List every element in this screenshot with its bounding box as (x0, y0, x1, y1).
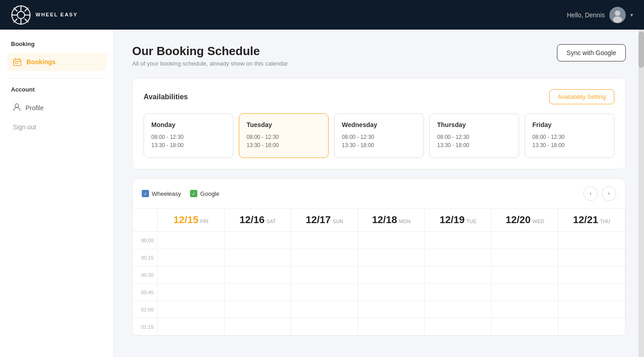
cal-cell (158, 301, 225, 318)
day-time: 08:00 - 12:30 (151, 134, 226, 140)
cal-cell (425, 249, 492, 266)
sidebar-account-label: Account (7, 86, 106, 93)
cal-cell (358, 284, 425, 301)
cal-col-header-12/21: 12/21THU (558, 209, 625, 232)
cal-cell (291, 318, 358, 336)
sidebar-item-bookings[interactable]: Bookings (7, 53, 106, 71)
sync-button[interactable]: Sync with Google (557, 44, 626, 61)
cal-day-label: SAT (267, 219, 276, 224)
cal-col-header-12/18: 12/18MON (358, 209, 425, 232)
header: WHEEL EASY Hello, Dennis ▾ (0, 0, 644, 30)
cal-cell (558, 232, 625, 249)
time-label-00:00: 00:00 (133, 232, 158, 249)
sidebar-item-signout[interactable]: Sign out (7, 119, 106, 135)
cal-cell (492, 232, 559, 249)
availabilities-title: Availabilities (144, 93, 188, 101)
cal-cell (158, 266, 225, 284)
cal-cell (225, 318, 292, 336)
cal-cell (492, 301, 559, 318)
cal-cell (158, 232, 225, 249)
day-card-monday[interactable]: Monday08:00 - 12:3013:30 - 18:00 (144, 113, 233, 158)
day-card-tuesday[interactable]: Tuesday08:00 - 12:3013:30 - 18:00 (239, 113, 329, 158)
scrollbar[interactable] (639, 30, 644, 357)
cal-cell (225, 249, 292, 266)
cal-day-label: SUN (333, 219, 343, 224)
next-week-button[interactable]: › (602, 186, 616, 201)
cal-day-label: MON (399, 219, 411, 224)
day-name: Thursday (437, 121, 511, 128)
cal-date: 12/19 (440, 214, 465, 225)
day-name: Friday (532, 121, 607, 128)
sidebar-item-profile[interactable]: Profile (7, 98, 106, 117)
cal-cell (492, 249, 559, 266)
time-label-00:15: 00:15 (133, 249, 158, 266)
day-card-friday[interactable]: Friday08:00 - 12:3013:30 - 18:00 (525, 113, 614, 158)
calendar-filters: ✓ Wheeleasy ✓ Google (142, 190, 219, 197)
cal-cell (425, 284, 492, 301)
cal-cell (291, 232, 358, 249)
cal-cell (291, 284, 358, 301)
availability-setting-button[interactable]: Availability Setting (549, 89, 614, 104)
cal-cell (225, 266, 292, 284)
cal-cell (158, 318, 225, 336)
cal-date: 12/21 (573, 214, 598, 225)
day-time: 13:30 - 18:00 (342, 142, 416, 148)
cal-cell (358, 249, 425, 266)
cal-cell (358, 301, 425, 318)
logo: WHEEL EASY (11, 5, 78, 25)
sidebar-bookings-label: Bookings (26, 58, 56, 66)
svg-point-1 (17, 11, 25, 19)
svg-point-11 (615, 10, 620, 16)
cal-cell (492, 318, 559, 336)
time-label-01:15: 01:15 (133, 318, 158, 336)
logo-icon (11, 5, 31, 25)
cal-cell (492, 284, 559, 301)
cal-cell (558, 266, 625, 284)
cal-cell (558, 249, 625, 266)
cal-day-label: TUE (467, 219, 477, 224)
day-card-wednesday[interactable]: Wednesday08:00 - 12:3013:30 - 18:00 (334, 113, 424, 158)
day-time: 08:00 - 12:30 (532, 134, 607, 140)
day-time: 13:30 - 18:00 (151, 142, 226, 148)
sidebar-divider (7, 78, 106, 79)
chevron-down-icon: ▾ (630, 12, 633, 18)
cal-cell (225, 284, 292, 301)
cal-cell (291, 301, 358, 318)
day-card-thursday[interactable]: Thursday08:00 - 12:3013:30 - 18:00 (429, 113, 519, 158)
cal-cell (425, 232, 492, 249)
wheeleasy-label: Wheeleasy (152, 190, 181, 197)
sidebar-booking-label: Booking (7, 41, 106, 47)
sidebar-signout-label: Sign out (13, 123, 36, 131)
cal-day-label: FRI (200, 219, 208, 224)
day-name: Tuesday (247, 121, 321, 128)
filter-wheeleasy: ✓ Wheeleasy (142, 190, 181, 197)
cal-cell (158, 284, 225, 301)
main-layout: Booking Bookings Account Profile (0, 30, 644, 357)
user-menu[interactable]: Hello, Dennis ▾ (567, 7, 633, 23)
cal-cell (225, 301, 292, 318)
day-name: Wednesday (342, 121, 416, 128)
cal-date: 12/17 (306, 214, 331, 225)
cal-cell (225, 232, 292, 249)
svg-rect-14 (15, 63, 16, 64)
cal-cell (558, 318, 625, 336)
cal-cell (291, 249, 358, 266)
availabilities-card: Availabilities Availability Setting Mond… (132, 78, 626, 169)
scrollbar-thumb[interactable] (639, 31, 644, 68)
cal-date: 12/16 (240, 214, 265, 225)
prev-week-button[interactable]: ‹ (583, 186, 598, 201)
content-area: Our Booking Schedule All of your booking… (114, 30, 644, 357)
day-time: 08:00 - 12:30 (342, 134, 416, 140)
cal-cell (425, 318, 492, 336)
cal-col-header-12/17: 12/17SUN (291, 209, 358, 232)
cal-cell (558, 284, 625, 301)
day-name: Monday (151, 121, 226, 128)
sidebar-profile-label: Profile (26, 104, 44, 112)
google-checkbox[interactable]: ✓ (190, 190, 197, 197)
cal-cell (158, 249, 225, 266)
svg-point-16 (15, 104, 19, 107)
cal-cell (492, 266, 559, 284)
wheeleasy-checkbox[interactable]: ✓ (142, 190, 149, 197)
time-label-01:00: 01:00 (133, 301, 158, 318)
user-greeting: Hello, Dennis (567, 11, 605, 19)
